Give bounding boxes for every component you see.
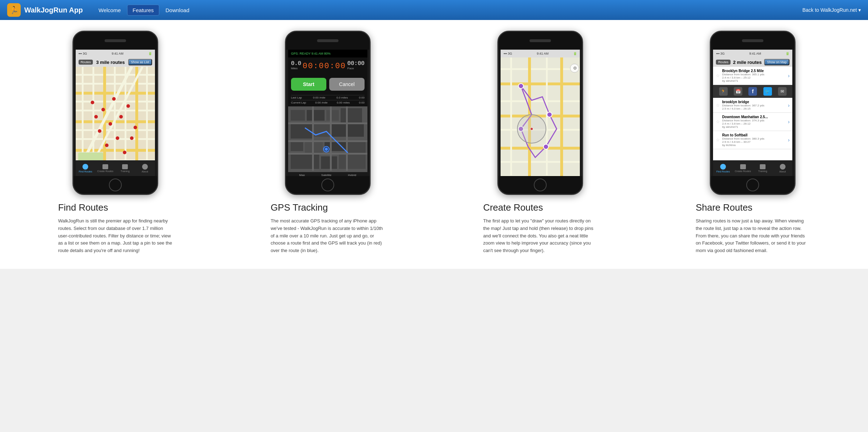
- start-button[interactable]: Start: [291, 78, 326, 91]
- route-meta-2a: Distance from location: 367.2 yds: [722, 104, 786, 107]
- last-lap-row: Last Lap 0:00 /mile 0.0 miles 0:00: [291, 95, 365, 100]
- header: 🏃 WalkJogRun App Welcome Features Downlo…: [0, 0, 868, 20]
- tab-training-4[interactable]: Training: [753, 164, 773, 172]
- phone-speaker-3: [530, 39, 551, 42]
- signal-1: ▪▪▪ 3G: [79, 52, 87, 55]
- show-as-list-btn[interactable]: Show as List: [128, 59, 152, 65]
- chevron-3: ›: [788, 119, 790, 125]
- gps-pace: 00:00 Pace: [347, 60, 365, 72]
- route-meta-3a: Distance from location: 374.3 yds: [722, 119, 786, 122]
- status-bar-4: ▪▪▪ 3G 9:41 AM 🔋: [713, 50, 792, 57]
- pace-value: 00:00: [347, 60, 365, 67]
- svg-rect-61: [501, 68, 580, 70]
- home-button-4[interactable]: [746, 179, 759, 191]
- find-routes-section: ▪▪▪ 3G 9:41 AM 🔋 Routes 3 mile routes Sh…: [11, 31, 220, 195]
- last-lap-end: 0:00: [359, 96, 365, 99]
- calendar-share-icon[interactable]: 📅: [734, 87, 742, 96]
- routes-button-4[interactable]: Routes: [716, 60, 731, 65]
- twitter-icon[interactable]: 🐦: [763, 87, 772, 96]
- run-icon[interactable]: 🏃: [719, 87, 728, 96]
- star-3: ☆: [716, 119, 720, 124]
- tab-about-1[interactable]: About: [135, 164, 155, 173]
- desc-text-2: The most accurate GPS tracking of any iP…: [271, 217, 385, 255]
- route-info-4: Run to Softball Distance from location: …: [722, 133, 786, 147]
- main-content: ▪▪▪ 3G 9:41 AM 🔋 Routes 3 mile routes Sh…: [0, 20, 868, 269]
- svg-point-26: [109, 122, 112, 126]
- tab-find-routes-1[interactable]: Find Routes: [76, 164, 96, 173]
- svg-point-33: [134, 126, 137, 129]
- route-item-3[interactable]: ☆ Downtown Manhattan 2.5... Distance fro…: [713, 113, 792, 131]
- tab-label-train-4: Training: [758, 170, 767, 172]
- phone-notch-3: [498, 32, 582, 50]
- nav-welcome[interactable]: Welcome: [94, 5, 126, 15]
- timer-value: 00:00:00: [302, 60, 346, 72]
- facebook-icon[interactable]: f: [748, 87, 757, 96]
- nav-download[interactable]: Download: [161, 5, 195, 15]
- star-1: ☆: [716, 73, 720, 78]
- route-item-4[interactable]: ☆ Run to Softball Distance from location…: [713, 131, 792, 149]
- battery-4: 🔋: [786, 52, 789, 55]
- last-lap-label: Last Lap: [291, 96, 302, 99]
- routes-button-1[interactable]: Routes: [79, 60, 93, 65]
- svg-rect-40: [326, 110, 339, 121]
- route-name-2: brooklyn bridge: [722, 100, 786, 104]
- map-svg-1: Google: [76, 67, 155, 176]
- route-meta-4c: by ilichtma: [722, 144, 786, 147]
- create-routes-screen: ▪▪▪ 3G 9:41 AM 🔋: [501, 50, 580, 176]
- home-button-2[interactable]: [321, 179, 334, 191]
- tab-bar-4: Find Routes Create Routes Training: [713, 160, 792, 176]
- email-icon[interactable]: ✉: [778, 87, 787, 96]
- svg-point-30: [116, 136, 119, 140]
- gps-tracking-section: GPS: READY 9:41 AM 80% 0.0 Miles 00:00:0…: [223, 31, 432, 195]
- svg-point-78: [530, 127, 533, 130]
- gps-map-tab-satellite[interactable]: Satellite: [321, 174, 331, 176]
- battery-1: 🔋: [148, 52, 152, 55]
- tab-training-1[interactable]: Training: [115, 164, 135, 172]
- tab-label-train-1: Training: [121, 170, 130, 172]
- tab-find-routes-4[interactable]: Find Routes: [713, 164, 733, 173]
- phone-bottom-3: [498, 176, 582, 194]
- route-info-1: Brooklyn Bridge 2.5 Mile Distance from l…: [722, 69, 786, 82]
- home-button-1[interactable]: [109, 179, 122, 191]
- app-title: WalkJogRun App: [24, 6, 83, 14]
- svg-point-32: [123, 151, 126, 154]
- cancel-button[interactable]: Cancel: [329, 78, 365, 91]
- svg-point-24: [112, 97, 116, 101]
- chevron-1: ›: [788, 73, 790, 79]
- gps-map-tab-map[interactable]: Map: [299, 174, 305, 176]
- route-meta-1b: 2.4 m / 3.8 km – 25:12: [722, 76, 786, 79]
- route-meta-2b: 2.5 m / 4.0 km – 26:15: [722, 107, 786, 110]
- route-meta-1c: by alevine71: [722, 79, 786, 82]
- home-button-3[interactable]: [534, 179, 547, 191]
- route-meta-3b: 2.4 m / 3.8 km – 26:12: [722, 122, 786, 125]
- gps-ready: GPS: READY 9:41 AM 80%: [291, 52, 331, 55]
- time-3: 9:41 AM: [537, 52, 548, 55]
- nav-features[interactable]: Features: [127, 5, 159, 16]
- desc-title-2: GPS Tracking: [271, 202, 385, 213]
- phone-bottom-1: [74, 176, 157, 194]
- tab-create-routes-4[interactable]: Create Routes: [733, 164, 753, 172]
- desc-text-4: Sharing routes is now just a tap away. W…: [696, 217, 810, 255]
- route-item-2[interactable]: ☆ brooklyn bridge Distance from location…: [713, 98, 792, 113]
- svg-rect-41: [341, 108, 362, 122]
- route-item-1[interactable]: ☆ Brooklyn Bridge 2.5 Mile Distance from…: [713, 67, 792, 85]
- show-on-map-btn[interactable]: Show on Map: [764, 59, 789, 65]
- compass-icon-4: [720, 164, 726, 170]
- gps-map-tab-hybrid[interactable]: Hybrid: [348, 174, 356, 176]
- share-app-header: Routes 2 mile routes Show on Map: [713, 57, 792, 67]
- status-bar-1: ▪▪▪ 3G 9:41 AM 🔋: [76, 50, 155, 57]
- phone-speaker-4: [742, 39, 763, 42]
- tab-create-routes-1[interactable]: Create Routes: [95, 164, 115, 172]
- back-link[interactable]: Back to WalkJogRun.net ▾: [802, 7, 861, 13]
- desc-text-1: WalkJogRun is still the premier app for …: [58, 217, 172, 255]
- create-icon-1: [102, 164, 108, 169]
- current-lap-mid: 0:00 /mile: [315, 101, 328, 104]
- tab-about-4[interactable]: About: [773, 164, 793, 173]
- desc-create-routes: Create Routes The first app to let you "…: [483, 202, 597, 255]
- route-info-2: brooklyn bridge Distance from location: …: [722, 100, 786, 110]
- routes-title-1: 3 mile routes: [96, 60, 125, 65]
- satellite-map-svg: [288, 106, 367, 171]
- svg-point-25: [119, 115, 123, 119]
- svg-rect-54: [288, 153, 367, 155]
- phone-speaker-2: [317, 39, 338, 42]
